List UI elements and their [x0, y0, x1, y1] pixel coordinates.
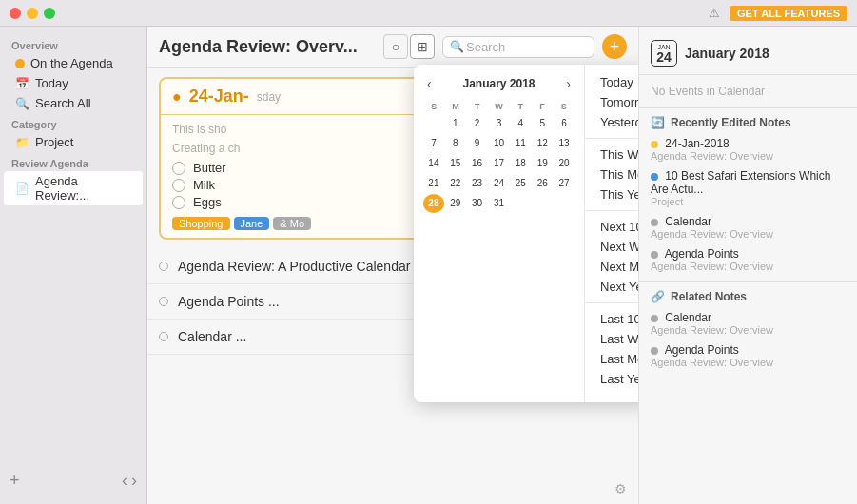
cal-day-19[interactable]: 19 — [532, 154, 553, 173]
page-title: Agenda Review: Overv... — [159, 37, 376, 57]
minimize-button[interactable] — [27, 8, 38, 19]
date-option-group-3: Next 10 Days Next Week Next Month Next Y… — [585, 217, 638, 303]
cal-day-20[interactable]: 20 — [554, 154, 575, 173]
recently-edited-title: Recently Edited Notes — [671, 116, 791, 129]
date-option-this-year[interactable]: This Year — [585, 184, 638, 204]
recently-edited-item-1[interactable]: 24-Jan-2018 Agenda Review: Overview — [639, 133, 857, 165]
cal-day-8[interactable]: 8 — [445, 134, 466, 153]
date-option-next-week[interactable]: Next Week — [585, 237, 638, 257]
date-option-next-year[interactable]: Next Year — [585, 277, 638, 297]
tag-more[interactable]: & Mo — [273, 217, 311, 230]
cal-day-7[interactable]: 7 — [423, 134, 444, 153]
cal-day-31[interactable]: 31 — [489, 194, 510, 213]
cal-day-29[interactable]: 29 — [445, 194, 466, 213]
related-item-2[interactable]: Agenda Points Agenda Review: Overview — [639, 339, 857, 372]
cal-day-23[interactable]: 23 — [467, 174, 488, 193]
review-agenda-section-label: Review Agenda — [0, 152, 146, 171]
cal-day-10[interactable]: 10 — [489, 134, 510, 153]
date-option-last-year[interactable]: Last Year — [585, 369, 638, 389]
recently-edited-item-2[interactable]: 10 Best Safari Extensions Which Are Actu… — [639, 165, 857, 211]
maximize-button[interactable] — [44, 8, 55, 19]
cal-day-5[interactable]: 5 — [532, 114, 553, 133]
cal-day-22[interactable]: 22 — [445, 174, 466, 193]
cal-day-empty-1 — [423, 114, 444, 133]
checkbox-milk[interactable] — [172, 179, 185, 192]
date-option-this-week[interactable]: This Week — [585, 145, 638, 165]
search-all-label: Search All — [35, 96, 91, 110]
sidebar-nav: ‹ › — [122, 471, 137, 491]
recently-edited-icon: 🔄 — [651, 116, 665, 129]
calendar-next-button[interactable]: › — [562, 74, 575, 93]
related-title-2: Agenda Points — [651, 343, 846, 357]
date-option-tomorrow[interactable]: Tomorrow — [585, 92, 638, 112]
today-label: Today — [35, 76, 68, 90]
get-all-features-button[interactable]: GET ALL FEATURES — [730, 6, 847, 21]
cal-day-24[interactable]: 24 — [489, 174, 510, 193]
date-option-yesterday[interactable]: Yesterday — [585, 112, 638, 132]
right-panel-title: January 2018 — [685, 46, 769, 61]
cal-day-1[interactable]: 1 — [445, 114, 466, 133]
cal-day-30[interactable]: 30 — [467, 194, 488, 213]
agenda-review-label: Agenda Review:... — [35, 174, 131, 203]
cal-day-15[interactable]: 15 — [445, 154, 466, 173]
search-input[interactable] — [442, 36, 594, 58]
tag-shopping[interactable]: Shopping — [172, 217, 230, 230]
sidebar-item-search-all[interactable]: 🔍 Search All — [4, 93, 143, 113]
related-sub-2: Agenda Review: Overview — [651, 357, 846, 368]
related-title-1: Calendar — [651, 311, 846, 324]
dow-f: F — [532, 101, 554, 112]
date-option-last-month[interactable]: Last Month — [585, 349, 638, 369]
related-notes-icon: 🔗 — [651, 290, 665, 303]
sidebar-item-agenda-review[interactable]: 📄 Agenda Review:... — [4, 171, 143, 205]
cal-day-17[interactable]: 17 — [489, 154, 510, 173]
add-button[interactable]: + — [602, 34, 627, 59]
nav-back-button[interactable]: ‹ — [122, 471, 127, 491]
search-container: 🔍 — [442, 36, 594, 58]
cal-day-9[interactable]: 9 — [467, 134, 488, 153]
cal-day-28-today[interactable]: 28 — [423, 194, 444, 213]
cal-day-6[interactable]: 6 — [554, 114, 575, 133]
sidebar-footer: + ‹ › — [0, 465, 146, 496]
category-section-label: Category — [0, 113, 146, 132]
recently-edited-sub-2: Project — [651, 196, 846, 207]
cal-day-12[interactable]: 12 — [532, 134, 553, 153]
sidebar-item-today[interactable]: 📅 Today — [4, 73, 143, 93]
recently-edited-title-2: 10 Best Safari Extensions Which Are Actu… — [651, 169, 846, 196]
cal-day-empty-4 — [554, 194, 575, 213]
cal-day-empty-3 — [532, 194, 553, 213]
note-dot-agenda-points — [159, 297, 168, 306]
date-option-last-week[interactable]: Last Week — [585, 329, 638, 349]
sidebar-item-project[interactable]: 📁 Project — [4, 132, 143, 152]
recently-edited-item-3[interactable]: Calendar Agenda Review: Overview — [639, 211, 857, 243]
cal-day-3[interactable]: 3 — [489, 114, 510, 133]
checkbox-eggs[interactable] — [172, 196, 185, 209]
cal-day-13[interactable]: 13 — [554, 134, 575, 153]
nav-forward-button[interactable]: › — [131, 471, 137, 491]
date-option-last-10-days[interactable]: Last 10 Days — [585, 309, 638, 329]
project-label: Project — [35, 135, 73, 149]
add-note-button[interactable]: + — [10, 471, 20, 491]
cal-day-14[interactable]: 14 — [423, 154, 444, 173]
cal-day-11[interactable]: 11 — [510, 134, 531, 153]
cal-day-16[interactable]: 16 — [467, 154, 488, 173]
list-view-button[interactable]: ○ — [383, 34, 408, 59]
close-button[interactable] — [10, 8, 21, 19]
cal-day-4[interactable]: 4 — [510, 114, 531, 133]
date-option-next-month[interactable]: Next Month — [585, 257, 638, 277]
checkbox-butter[interactable] — [172, 162, 185, 175]
date-option-this-month[interactable]: This Month — [585, 165, 638, 184]
grid-view-button[interactable]: ⊞ — [410, 34, 435, 59]
tag-jane[interactable]: Jane — [234, 217, 270, 230]
cal-day-18[interactable]: 18 — [510, 154, 531, 173]
cal-day-2[interactable]: 2 — [467, 114, 488, 133]
recently-edited-item-4[interactable]: Agenda Points Agenda Review: Overview — [639, 243, 857, 276]
sidebar-item-on-the-agenda[interactable]: On the Agenda — [4, 53, 143, 73]
cal-day-27[interactable]: 27 — [554, 174, 575, 193]
cal-day-25[interactable]: 25 — [510, 174, 531, 193]
cal-day-21[interactable]: 21 — [423, 174, 444, 193]
date-option-today[interactable]: Today — [585, 72, 638, 92]
related-item-1[interactable]: Calendar Agenda Review: Overview — [639, 307, 857, 339]
calendar-prev-button[interactable]: ‹ — [423, 74, 436, 93]
cal-day-26[interactable]: 26 — [532, 174, 553, 193]
date-option-next-10-days[interactable]: Next 10 Days — [585, 217, 638, 237]
